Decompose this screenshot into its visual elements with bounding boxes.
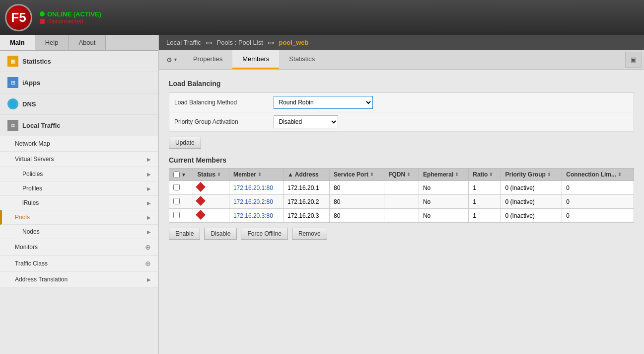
lb-method-select[interactable]: Round Robin Least Connections Fastest Ob… — [274, 96, 373, 109]
row-priority-group-cell: 0 (Inactive) — [501, 209, 562, 223]
row-ephemeral-cell: No — [419, 181, 468, 195]
tab-main[interactable]: Main — [0, 35, 35, 50]
load-balancing-title: Load Balancing — [169, 80, 634, 88]
nav-section: ▦ Statistics ⊞ iApps 🌐 DNS ⧉ Local Traff… — [0, 51, 158, 354]
monitors-plus-icon: ⊕ — [145, 243, 151, 251]
pools-arrow-icon: ▶ — [147, 215, 151, 220]
action-buttons: Enable Disable Force Offline Remove — [169, 228, 634, 240]
nav-statistics[interactable]: ▦ Statistics — [0, 51, 158, 72]
row-address-cell: 172.16.20.3 — [283, 209, 329, 223]
row-checkbox-cell — [169, 209, 193, 223]
row-ephemeral-cell: No — [419, 209, 468, 223]
breadcrumb-current: pool_web — [279, 39, 308, 46]
submenu-traffic-class[interactable]: Traffic Class ⊕ — [0, 256, 158, 272]
row-ratio-cell: 1 — [469, 195, 501, 209]
lb-method-row: Load Balancing Method Round Robin Least … — [169, 93, 634, 112]
apps-icon: ⊞ — [7, 77, 18, 88]
submenu: Network Map Virtual Servers ▶ Policies ▶… — [0, 136, 158, 287]
row-ratio-cell: 1 — [469, 181, 501, 195]
priority-group-label: Priority Group Activation — [169, 112, 269, 132]
tab-properties[interactable]: Properties — [183, 50, 232, 69]
top-tabs: Main Help About — [0, 35, 158, 51]
disconnected-dot — [40, 19, 45, 24]
member-link-0[interactable]: 172.16.20.1:80 — [233, 184, 273, 191]
row-checkbox-2[interactable] — [173, 212, 180, 218]
nav-local-traffic[interactable]: ⧉ Local Traffic — [0, 115, 158, 136]
row-member-cell: 172.16.20.2:80 — [229, 195, 283, 209]
table-header-row: ▼ Status⇕ Member⇕ ▲ Address — [169, 169, 634, 181]
status-inactive-icon — [196, 182, 206, 192]
submenu-monitors[interactable]: Monitors ⊕ — [0, 239, 158, 256]
tab-about[interactable]: About — [69, 35, 106, 50]
submenu-pools[interactable]: Pools ▶ — [0, 210, 158, 225]
disable-button[interactable]: Disable — [204, 228, 237, 240]
ratio-sort-icon: ⇕ — [489, 172, 493, 177]
nav-iapps[interactable]: ⊞ iApps — [0, 72, 158, 93]
row-checkbox-1[interactable] — [173, 198, 180, 204]
fqdn-sort-icon: ⇕ — [407, 172, 411, 177]
nav-statistics-label: Statistics — [22, 58, 51, 65]
member-link-2[interactable]: 172.16.20.3:80 — [233, 212, 273, 219]
submenu-address-translation[interactable]: Address Translation ▶ — [0, 272, 158, 287]
row-checkbox-cell — [169, 195, 193, 209]
priority-group-select[interactable]: Disabled Enabled — [274, 115, 338, 128]
f5-logo: F5 — [5, 4, 32, 31]
row-service-port-cell: 80 — [330, 209, 384, 223]
th-status: Status⇕ — [193, 169, 229, 181]
row-priority-group-cell: 0 (Inactive) — [501, 181, 562, 195]
page-content: Load Balancing Load Balancing Method Rou… — [159, 70, 644, 354]
row-fqdn-cell — [384, 181, 419, 195]
online-dot — [40, 11, 45, 16]
status-online: ONLINE (ACTIVE) — [40, 10, 101, 18]
th-priority-group: Priority Group⇕ — [501, 169, 562, 181]
submenu-policies[interactable]: Policies ▶ — [0, 167, 158, 181]
nav-iapps-label: iApps — [22, 79, 40, 87]
ephemeral-sort-icon: ⇕ — [455, 172, 459, 177]
tab-help[interactable]: Help — [35, 35, 69, 50]
row-member-cell: 172.16.20.3:80 — [229, 209, 283, 223]
member-link-1[interactable]: 172.16.20.2:80 — [233, 198, 273, 205]
remove-button[interactable]: Remove — [292, 228, 327, 240]
main-layout: Main Help About ▦ Statistics ⊞ iApps 🌐 D… — [0, 35, 644, 354]
tabs-bar: ⚙ ▼ Properties Members Statistics ▣ — [159, 50, 644, 70]
row-status-cell — [193, 209, 229, 223]
gear-button[interactable]: ⚙ ▼ — [161, 52, 183, 68]
row-connection-limit-cell: 0 — [562, 209, 634, 223]
globe-icon: 🌐 — [7, 98, 18, 109]
tab-close-button[interactable]: ▣ — [625, 52, 642, 68]
th-ratio: Ratio⇕ — [469, 169, 501, 181]
force-offline-button[interactable]: Force Offline — [241, 228, 287, 240]
tab-statistics[interactable]: Statistics — [279, 50, 325, 69]
current-members-title: Current Members — [169, 156, 634, 164]
close-icon: ▣ — [631, 56, 636, 63]
nav-dns[interactable]: 🌐 DNS — [0, 93, 158, 115]
update-button[interactable]: Update — [169, 137, 201, 149]
submenu-network-map[interactable]: Network Map — [0, 136, 158, 152]
nodes-arrow-icon: ▶ — [147, 229, 151, 235]
th-fqdn: FQDN⇕ — [384, 169, 419, 181]
submenu-nodes[interactable]: Nodes ▶ — [0, 225, 158, 239]
priority-group-row: Priority Group Activation Disabled Enabl… — [169, 112, 634, 132]
row-member-cell: 172.16.20.1:80 — [229, 181, 283, 195]
submenu-profiles[interactable]: Profiles ▶ — [0, 181, 158, 196]
th-checkbox: ▼ — [169, 169, 193, 181]
policies-arrow-icon: ▶ — [147, 172, 151, 177]
traffic-class-plus-icon: ⊕ — [145, 260, 151, 267]
service-port-sort-icon: ⇕ — [370, 172, 374, 177]
row-service-port-cell: 80 — [330, 195, 384, 209]
row-status-cell — [193, 195, 229, 209]
select-all-checkbox[interactable] — [173, 172, 180, 178]
conn-limit-sort-icon: ⇕ — [618, 172, 622, 177]
row-fqdn-cell — [384, 195, 419, 209]
load-balancing-form: Load Balancing Method Round Robin Least … — [169, 92, 634, 132]
th-address: ▲ Address — [283, 169, 329, 181]
priority-group-sort-icon: ⇕ — [547, 172, 551, 177]
submenu-virtual-servers[interactable]: Virtual Servers ▶ — [0, 152, 158, 167]
traffic-icon: ⧉ — [7, 120, 18, 131]
th-member: Member⇕ — [229, 169, 283, 181]
enable-button[interactable]: Enable — [169, 228, 200, 240]
tab-members[interactable]: Members — [232, 50, 279, 69]
checkbox-dropdown-icon[interactable]: ▼ — [181, 172, 186, 177]
row-checkbox-0[interactable] — [173, 184, 180, 190]
submenu-irules[interactable]: iRules ▶ — [0, 196, 158, 210]
